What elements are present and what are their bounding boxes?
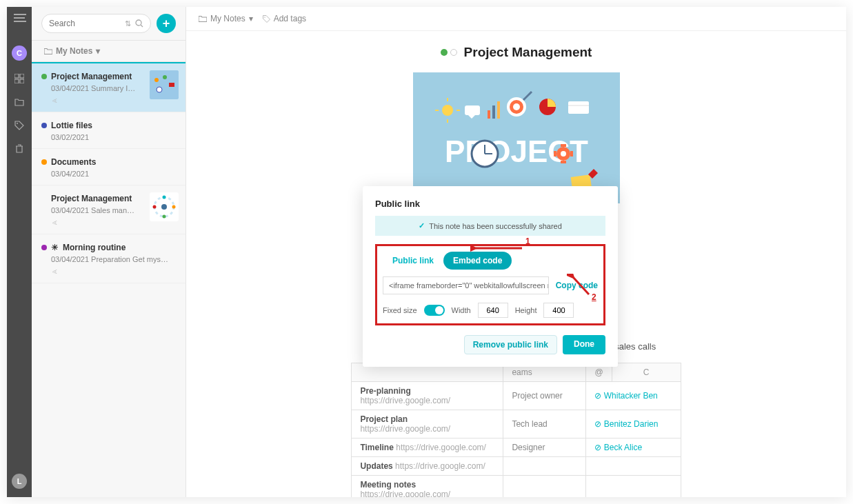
- table-row[interactable]: Project plan https://drive.google.com/Te…: [352, 410, 681, 439]
- svg-point-8: [154, 78, 159, 82]
- svg-point-4: [17, 123, 18, 124]
- chevron-down-icon: ▾: [249, 14, 253, 23]
- note-item[interactable]: ☀Morning routine 03/04/2021 Preparation …: [32, 234, 185, 283]
- table-row[interactable]: Meeting notes https://drive.google.com/: [352, 476, 681, 498]
- breadcrumb: My Notes ▾ Add tags: [186, 7, 846, 31]
- svg-point-16: [163, 215, 166, 219]
- svg-rect-43: [561, 161, 566, 163]
- svg-rect-27: [492, 105, 495, 119]
- hero-image: PROJECT: [413, 72, 620, 203]
- svg-rect-2: [14, 79, 19, 83]
- search-icon[interactable]: [135, 19, 143, 28]
- svg-point-17: [153, 205, 157, 209]
- success-banner: This note has been successfully shared: [375, 216, 605, 236]
- svg-rect-1: [20, 74, 24, 78]
- emoji-placeholder[interactable]: [450, 49, 457, 56]
- svg-point-31: [513, 103, 520, 110]
- note-item[interactable]: Lottie files 03/02/2021: [32, 112, 185, 149]
- svg-point-14: [163, 196, 166, 199]
- svg-point-5: [136, 20, 141, 26]
- note-sidebar: ⇅ + My Notes ▾ Project Management 03/04/…: [32, 7, 186, 497]
- svg-point-11: [157, 87, 162, 92]
- links-table: eams @ C Pre-planning https://drive.goog…: [351, 363, 681, 497]
- note-item[interactable]: Documents 03/04/2021: [32, 149, 185, 185]
- tag-icon[interactable]: [14, 120, 25, 131]
- svg-rect-44: [554, 151, 556, 157]
- svg-point-18: [264, 17, 265, 18]
- annotation-label-1: 1: [525, 236, 530, 246]
- svg-rect-28: [497, 101, 500, 119]
- chevron-down-icon: ▾: [96, 46, 100, 56]
- note-thumbnail: [150, 192, 179, 221]
- svg-point-9: [163, 75, 167, 79]
- tab-embed-code[interactable]: Embed code: [443, 252, 512, 270]
- menu-icon[interactable]: [14, 12, 25, 23]
- svg-rect-42: [561, 144, 566, 147]
- svg-rect-0: [14, 74, 19, 78]
- breadcrumb-notebook[interactable]: My Notes ▾: [199, 14, 253, 23]
- svg-rect-25: [465, 105, 480, 115]
- share-icon: ⩹: [41, 268, 176, 276]
- status-dot: [441, 49, 448, 56]
- svg-point-15: [172, 205, 176, 209]
- note-item[interactable]: Project Management 03/04/2021 Summary IV…: [32, 62, 185, 112]
- add-note-button[interactable]: +: [157, 14, 176, 33]
- svg-rect-10: [169, 83, 174, 87]
- table-row[interactable]: Pre-planning https://drive.google.com/Pr…: [352, 382, 681, 410]
- done-button[interactable]: Done: [563, 335, 605, 354]
- annotation-label-2: 2: [592, 292, 596, 302]
- trash-icon[interactable]: [14, 143, 25, 154]
- modal-title: Public link: [375, 199, 605, 209]
- svg-point-41: [561, 151, 566, 157]
- table-row[interactable]: Timeline https://drive.google.com/Design…: [352, 439, 681, 457]
- fixed-size-toggle[interactable]: [424, 305, 445, 316]
- tab-public-link[interactable]: Public link: [383, 252, 443, 270]
- note-thumbnail: [150, 70, 179, 99]
- svg-line-6: [141, 25, 143, 27]
- left-rail: C L: [7, 7, 32, 497]
- document-title: Project Management: [214, 45, 819, 60]
- svg-point-13: [161, 204, 167, 210]
- search-input[interactable]: ⇅: [41, 14, 151, 33]
- notebook-selector[interactable]: My Notes ▾: [32, 40, 185, 62]
- svg-point-20: [442, 105, 453, 116]
- table-row[interactable]: Updates https://drive.google.com/: [352, 457, 681, 476]
- width-input[interactable]: [478, 303, 508, 318]
- embed-code-field[interactable]: <iframe frameborder="0" webkitallowfulls…: [383, 276, 549, 294]
- user-avatar[interactable]: C: [12, 46, 27, 61]
- svg-rect-34: [568, 101, 589, 114]
- svg-rect-3: [20, 79, 24, 83]
- svg-rect-45: [570, 151, 573, 157]
- svg-rect-26: [488, 110, 490, 119]
- remove-public-link-button[interactable]: Remove public link: [464, 335, 557, 354]
- filter-icon[interactable]: ⇅: [125, 19, 131, 28]
- fixed-size-label: Fixed size: [383, 306, 417, 314]
- folder-icon[interactable]: [14, 97, 25, 108]
- height-input[interactable]: [543, 303, 574, 318]
- grid-icon[interactable]: [14, 73, 25, 84]
- copy-code-button[interactable]: Copy code: [556, 281, 598, 290]
- secondary-avatar[interactable]: L: [12, 474, 27, 489]
- add-tags-button[interactable]: Add tags: [263, 14, 306, 23]
- public-link-modal: Public link This note has been successfu…: [363, 186, 618, 367]
- note-item[interactable]: Project Management 03/04/2021 Sales mana…: [32, 185, 185, 234]
